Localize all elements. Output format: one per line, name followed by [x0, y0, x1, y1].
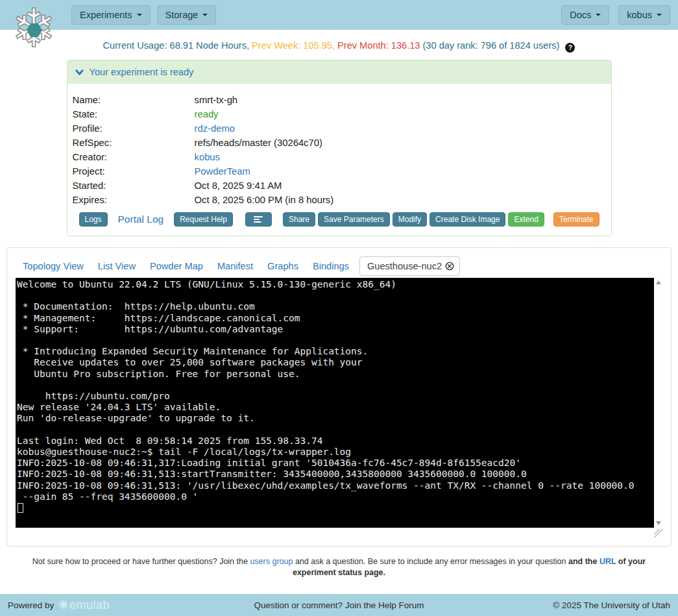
- field-row: Profile: rdz-demo: [73, 121, 606, 136]
- field-row: Name: smrt-tx-gh: [73, 93, 606, 107]
- field-row: RefSpec: refs/heads/master (30264c70): [73, 136, 606, 150]
- emulab-logo[interactable]: ❋emulab: [58, 598, 110, 612]
- powered-by: Powered by ❋emulab: [8, 598, 110, 612]
- experiment-status-panel: Your experiment is ready Name: smrt-tx-g…: [67, 60, 612, 236]
- text-lines-icon: [254, 216, 263, 223]
- share-button[interactable]: Share: [283, 212, 315, 227]
- terminal-line: Receive updates to over 25,000 software …: [17, 357, 654, 368]
- bottom-bar: Question or comment? Join the Help Forum…: [0, 594, 678, 616]
- copyright-text: © 2025 The University of Utah: [553, 600, 670, 610]
- terminal-output[interactable]: Welcome to Ubuntu 22.04.2 LTS (GNU/Linux…: [16, 278, 654, 528]
- request-help-button[interactable]: Request Help: [174, 212, 233, 227]
- experiment-status-header[interactable]: Your experiment is ready: [67, 60, 611, 84]
- field-value: smrt-tx-gh: [195, 93, 238, 107]
- menu-label: Docs: [570, 10, 591, 20]
- current-usage-text: Current Usage: 68.91 Node Hours,: [103, 40, 250, 51]
- navbar-menu-button[interactable]: kobus: [618, 5, 670, 25]
- close-tab-icon[interactable]: [445, 262, 454, 271]
- view-tab[interactable]: Bindings: [306, 256, 356, 276]
- terminal-line: Ubuntu Pro subscription. Free for person…: [17, 369, 654, 380]
- powered-by-text: Powered by: [8, 600, 54, 610]
- view-tab[interactable]: Powder Map: [143, 256, 210, 276]
- field-value: PowderTeam: [195, 164, 250, 179]
- view-tabs: Topology View List View Powder Map Manif…: [16, 256, 662, 276]
- prev-week-text: Prev Week: 105.95,: [252, 40, 335, 51]
- users-group-link[interactable]: users group: [250, 557, 293, 566]
- chevron-down-icon: [75, 68, 84, 77]
- question-comment-text: Question or comment?: [254, 600, 345, 610]
- usage-summary: Current Usage: 68.91 Node Hours, Prev We…: [0, 40, 678, 53]
- field-label: Name:: [73, 93, 195, 107]
- snapshot-log-button[interactable]: [245, 212, 272, 227]
- terminal-line: [17, 335, 654, 346]
- terminate-button[interactable]: Terminate: [553, 212, 599, 227]
- powder-snowflake-logo[interactable]: ❄: [5, 1, 62, 58]
- tab-active-node-shell[interactable]: Guesthouse-nuc2: [359, 256, 460, 276]
- url-link[interactable]: URL: [599, 557, 616, 566]
- resize-grip-icon[interactable]: [654, 529, 662, 537]
- help-text-2: and ask a question. Be sure to include a…: [293, 557, 568, 566]
- field-row: State: ready: [73, 107, 606, 121]
- terminal-line: Run 'do-release-upgrade' to upgrade to i…: [17, 413, 654, 424]
- help-footer-text: Not sure how to proceed or have further …: [15, 556, 664, 578]
- field-value: Oct 8, 2025 9:41 AM: [195, 179, 282, 193]
- active-tab-label: Guesthouse-nuc2: [367, 261, 442, 271]
- field-label: Expires:: [73, 193, 195, 207]
- modify-button[interactable]: Modify: [393, 212, 427, 227]
- field-value: refs/heads/master (30264c70): [195, 136, 322, 150]
- emulab-flower-icon: ❋: [58, 598, 69, 612]
- field-label: Project:: [73, 164, 195, 179]
- usage-help-icon[interactable]: ?: [565, 43, 575, 53]
- logs-button[interactable]: Logs: [79, 212, 108, 227]
- experiment-actions: Logs Portal Log Request Help Share Save …: [73, 207, 606, 234]
- field-value: rdz-demo: [195, 121, 236, 136]
- terminal-line: * Introducing Expanded Security Maintena…: [17, 346, 654, 357]
- help-forum-link[interactable]: Join the Help Forum: [345, 600, 424, 610]
- view-tab[interactable]: Manifest: [210, 256, 260, 276]
- navbar-menu-button[interactable]: Experiments: [71, 5, 151, 25]
- top-navbar: Experiments Storage Docs kobus: [0, 0, 678, 30]
- experiment-view-panel: Topology View List View Powder Map Manif…: [6, 247, 672, 547]
- navbar-menu-button[interactable]: Storage: [157, 5, 217, 25]
- field-label: Profile:: [73, 121, 195, 136]
- field-label: State:: [73, 107, 195, 121]
- create-disk-image-button[interactable]: Create Disk Image: [430, 212, 505, 227]
- view-tab[interactable]: List View: [91, 256, 143, 276]
- terminal-line: INFO:2025-10-08 09:46:31,317:Loading ini…: [17, 458, 654, 469]
- field-value: kobus: [195, 150, 221, 164]
- navbar-right-menus: Docs kobus: [561, 5, 670, 25]
- menu-label: Storage: [165, 10, 199, 20]
- navbar-left-menus: Experiments Storage: [71, 5, 216, 25]
- ssh-console: Welcome to Ubuntu 22.04.2 LTS (GNU/Linux…: [16, 278, 662, 528]
- field-label: RefSpec:: [73, 136, 195, 150]
- portal-log-link[interactable]: Portal Log: [118, 214, 164, 225]
- emulab-wordmark: emulab: [69, 598, 110, 612]
- view-tab-links: Topology View List View Powder Map Manif…: [16, 256, 356, 276]
- field-row: Expires: Oct 8, 2025 6:00 PM (in 8 hours…: [73, 193, 606, 207]
- save-parameters-button[interactable]: Save Parameters: [318, 212, 390, 227]
- terminal-line: Last login: Wed Oct 8 09:58:14 2025 from…: [17, 436, 654, 447]
- scroll-up-icon[interactable]: [656, 280, 661, 284]
- field-label: Creator:: [73, 150, 195, 164]
- terminal-line: New release '24.04.3 LTS' available.: [17, 402, 654, 413]
- terminal-line: * Support: https://ubuntu.com/advantage: [17, 324, 654, 335]
- field-value: ready: [195, 107, 219, 121]
- view-tab[interactable]: Graphs: [260, 256, 306, 276]
- scroll-down-icon[interactable]: [656, 521, 661, 525]
- terminal-line: INFO:2025-10-08 09:46:31,513: '/usr/libe…: [17, 480, 654, 491]
- prev-month-text: Prev Month: 136.13: [337, 40, 420, 51]
- terminal-cursor: [18, 503, 23, 513]
- status-header-label: Your experiment is ready: [90, 67, 194, 77]
- terminal-scrollbar[interactable]: [654, 278, 662, 528]
- experiment-actions-right: Share Save Parameters Modify Create Disk…: [245, 212, 599, 227]
- caret-down-icon: [202, 14, 208, 16]
- navbar-menu-button[interactable]: Docs: [561, 5, 609, 25]
- terminal-line: Welcome to Ubuntu 22.04.2 LTS (GNU/Linux…: [17, 279, 654, 290]
- view-tab[interactable]: Topology View: [16, 256, 91, 276]
- terminal-line: https://ubuntu.com/pro: [17, 391, 654, 402]
- terminal-line: INFO:2025-10-08 09:46:31,513:startTransm…: [17, 469, 654, 480]
- terminal-line: * Management: https://landscape.canonica…: [17, 313, 654, 324]
- extend-button[interactable]: Extend: [508, 212, 544, 227]
- terminal-line: [17, 290, 654, 301]
- terminal-line: kobus@guesthouse-nuc2:~$ tail -F /local/…: [17, 447, 654, 458]
